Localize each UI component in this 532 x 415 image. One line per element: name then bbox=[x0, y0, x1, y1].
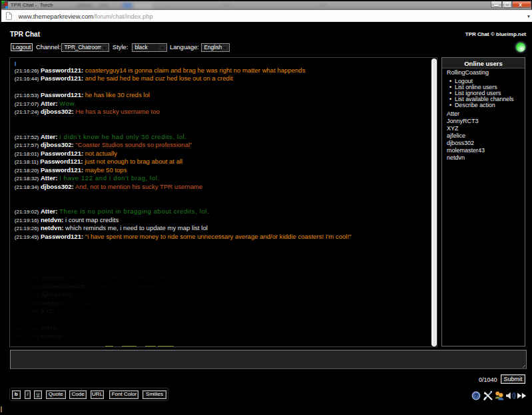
svg-text:?: ? bbox=[474, 392, 478, 399]
